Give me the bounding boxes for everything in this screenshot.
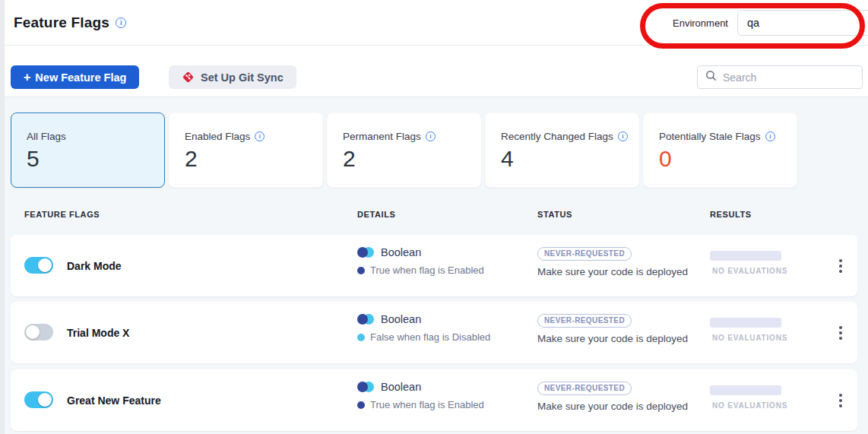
flag-details: Boolean True when flag is Enabled [357, 246, 484, 276]
flag-type: Boolean [381, 381, 421, 393]
feature-flag-row: Trial Mode X Boolean False when flag is … [11, 302, 857, 363]
info-icon[interactable] [618, 131, 628, 141]
new-feature-flag-label: New Feature Flag [35, 71, 126, 84]
info-icon[interactable] [765, 131, 775, 141]
flag-details: Boolean False when flag is Disabled [357, 313, 490, 343]
setup-git-sync-button[interactable]: Set Up Git Sync [169, 65, 296, 89]
status-badge: NEVER-REQUESTED [537, 382, 632, 395]
setup-git-sync-label: Set Up Git Sync [201, 71, 284, 84]
info-icon[interactable] [255, 131, 265, 141]
info-icon[interactable] [116, 17, 126, 28]
boolean-type-icon [357, 382, 374, 392]
results-text: NO EVALUATIONS [710, 334, 787, 342]
flag-name-link[interactable]: Dark Mode [67, 235, 122, 296]
flag-type: Boolean [381, 246, 421, 258]
stat-card-permanent-flags[interactable]: Permanent Flags 2 [327, 112, 481, 188]
boolean-type-icon [357, 314, 374, 325]
status-text: Make sure your code is deployed [537, 266, 688, 277]
flag-toggle[interactable] [24, 391, 53, 408]
kebab-menu[interactable] [825, 235, 856, 296]
results-placeholder-bar [710, 318, 781, 328]
plus-icon: + [24, 71, 30, 84]
stat-label: Potentially Stale Flags [659, 131, 761, 142]
flag-rule: False when flag is Disabled [370, 331, 490, 343]
rule-dot-icon [357, 267, 365, 274]
title-wrap: Feature Flags [14, 0, 126, 46]
rule-dot-icon [357, 401, 365, 409]
stat-label: All Flags [27, 131, 66, 142]
new-feature-flag-button[interactable]: + New Feature Flag [11, 65, 139, 89]
column-header-details: DETAILS [357, 210, 395, 219]
results-placeholder-bar [710, 385, 781, 395]
flag-name-link[interactable]: Great New Feature [67, 369, 161, 431]
flag-type: Boolean [381, 313, 421, 325]
toggle-knob [26, 325, 40, 339]
boolean-type-icon [357, 247, 374, 258]
flag-details: Boolean True when flag is Enabled [357, 381, 484, 410]
flag-toggle[interactable] [24, 324, 53, 341]
stat-card-all-flags[interactable]: All Flags 5 [11, 112, 165, 188]
environment-label: Environment [673, 17, 728, 29]
toggle-knob [38, 258, 52, 272]
stat-label: Permanent Flags [343, 131, 421, 142]
flag-rule: True when flag is Enabled [370, 265, 484, 276]
stat-value: 0 [659, 146, 797, 171]
flag-rule: True when flag is Enabled [370, 399, 484, 410]
flag-results: NO EVALUATIONS [710, 318, 787, 342]
column-header-status: STATUS [537, 210, 572, 219]
results-text: NO EVALUATIONS [710, 267, 787, 275]
stats-cards: All Flags 5 Enabled Flags 2 Permanent Fl… [11, 112, 797, 188]
main-content: All Flags 5 Enabled Flags 2 Permanent Fl… [0, 97, 868, 434]
left-edge-divider [0, 0, 5, 434]
flag-status: NEVER-REQUESTED Make sure your code is d… [537, 312, 688, 344]
feature-flag-row: Great New Feature Boolean True when flag… [11, 369, 857, 431]
status-text: Make sure your code is deployed [537, 333, 688, 344]
stat-label: Recently Changed Flags [501, 131, 613, 142]
status-text: Make sure your code is deployed [537, 401, 688, 412]
stat-value: 5 [27, 146, 164, 171]
stat-card-recently-changed-flags[interactable]: Recently Changed Flags 4 [485, 112, 639, 188]
kebab-menu[interactable] [825, 302, 856, 363]
stat-card-potentially-stale-flags[interactable]: Potentially Stale Flags 0 [643, 112, 797, 188]
flag-results: NO EVALUATIONS [710, 251, 787, 275]
page-header: Feature Flags Environment qa [0, 0, 868, 46]
toggle-knob [38, 393, 52, 407]
environment-picker: Environment qa [673, 0, 868, 46]
search-icon [705, 70, 717, 84]
status-badge: NEVER-REQUESTED [537, 247, 632, 261]
flag-status: NEVER-REQUESTED Make sure your code is d… [537, 380, 688, 412]
stat-value: 2 [343, 146, 480, 171]
info-icon[interactable] [426, 131, 436, 141]
results-placeholder-bar [710, 251, 781, 261]
flag-toggle[interactable] [24, 257, 53, 274]
stat-card-enabled-flags[interactable]: Enabled Flags 2 [169, 112, 323, 188]
app-root: Feature Flags Environment qa + New Featu… [0, 0, 868, 434]
flag-status: NEVER-REQUESTED Make sure your code is d… [537, 246, 688, 277]
search-box [697, 65, 863, 89]
rule-dot-icon [357, 334, 365, 341]
flag-results: NO EVALUATIONS [710, 385, 787, 410]
toolbar: + New Feature Flag Set Up Git Sync [0, 46, 868, 97]
flag-name-link[interactable]: Trial Mode X [67, 302, 129, 363]
git-icon [182, 71, 195, 84]
table-header: FEATURE FLAGS DETAILS STATUS RESULTS [0, 210, 868, 227]
environment-value: qa [747, 17, 759, 29]
stat-value: 4 [501, 146, 638, 171]
search-input[interactable] [723, 71, 860, 84]
page-title: Feature Flags [14, 14, 109, 31]
stat-label: Enabled Flags [185, 131, 250, 142]
column-header-feature-flags: FEATURE FLAGS [24, 210, 100, 219]
kebab-menu[interactable] [825, 369, 856, 431]
stat-value: 2 [185, 146, 322, 171]
environment-select[interactable]: qa [737, 10, 868, 36]
status-badge: NEVER-REQUESTED [537, 314, 632, 328]
feature-flag-row: Dark Mode Boolean True when flag is Enab… [11, 235, 857, 296]
column-header-results: RESULTS [710, 210, 752, 219]
results-text: NO EVALUATIONS [710, 401, 787, 410]
